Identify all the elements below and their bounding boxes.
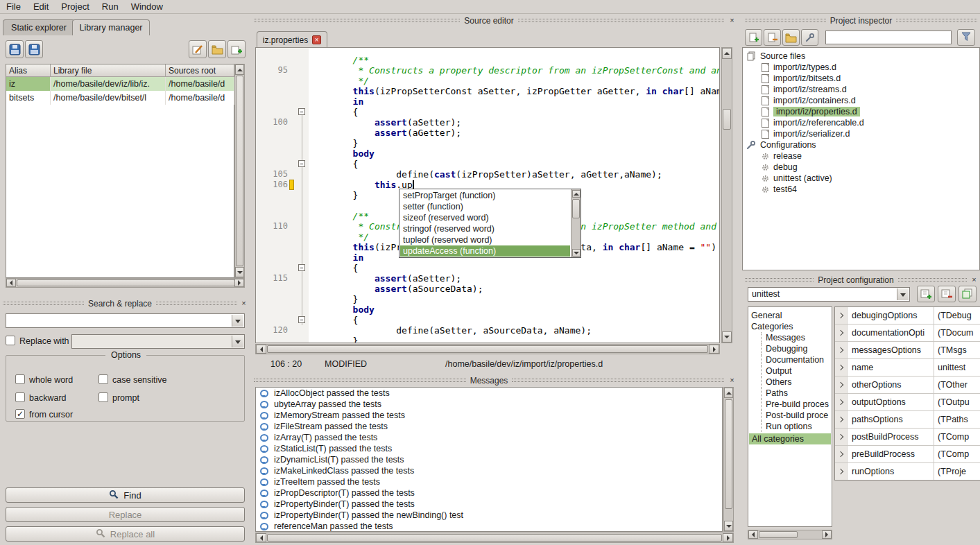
category-item[interactable]: Others xyxy=(761,377,830,388)
tree-item[interactable]: import/iz/streams.d xyxy=(762,84,847,95)
tree-item[interactable]: import/iz/serializer.d xyxy=(762,128,850,139)
scroll-thumb[interactable] xyxy=(572,199,580,218)
configuration-horizontal-scrollbar[interactable] xyxy=(748,530,832,539)
tree-item[interactable]: import/iz/bitsets.d xyxy=(762,73,841,84)
category-item[interactable]: Post-build proce xyxy=(761,410,830,421)
scroll-down-button[interactable] xyxy=(235,267,244,277)
completion-item[interactable]: setPropTarget (function) xyxy=(400,190,570,201)
message-item[interactable]: izPropertyBinder(T) passed the newBindin… xyxy=(256,510,463,521)
tree-item[interactable]: Source files xyxy=(746,51,805,62)
expand-row-button[interactable] xyxy=(835,463,848,480)
scroll-left-button[interactable] xyxy=(256,345,266,354)
checkbox-whole-word[interactable] xyxy=(15,374,25,384)
expand-row-button[interactable] xyxy=(835,359,848,376)
tree-item[interactable]: import/iz/referencable.d xyxy=(762,117,864,128)
category-item[interactable]: Categories xyxy=(751,321,830,332)
replace-button[interactable]: Replace xyxy=(6,507,245,522)
scroll-thumb[interactable] xyxy=(723,109,731,130)
menu-item-file[interactable]: File xyxy=(0,0,27,14)
expand-row-button[interactable] xyxy=(835,307,848,324)
property-row[interactable]: preBuildProcess(TComp xyxy=(835,446,980,463)
configuration-categories[interactable]: GeneralCategoriesMessagesDebuggingDocume… xyxy=(748,306,832,527)
search-input[interactable] xyxy=(6,313,245,328)
message-item[interactable]: izFileStream passed the tests xyxy=(256,421,388,432)
table-cell[interactable]: /home/basile/d xyxy=(166,91,234,105)
category-item[interactable]: Documentation xyxy=(761,354,830,365)
scroll-thumb[interactable] xyxy=(725,399,732,509)
message-item[interactable]: izTreeItem passed the tests xyxy=(256,476,380,487)
close-search-panel-button[interactable]: × xyxy=(239,299,248,308)
scroll-left-button[interactable] xyxy=(748,530,758,539)
tab-library-manager[interactable]: Library manager xyxy=(72,19,150,35)
checkbox-backward[interactable] xyxy=(15,392,25,402)
message-item[interactable]: izStaticList(T) passed the tests xyxy=(256,443,392,454)
open-folder-button[interactable] xyxy=(208,40,226,58)
expand-row-button[interactable] xyxy=(835,446,848,462)
category-item[interactable]: General xyxy=(751,310,830,321)
expand-row-button[interactable] xyxy=(835,429,848,445)
menu-item-edit[interactable]: Edit xyxy=(27,0,55,14)
scroll-thumb[interactable] xyxy=(17,279,235,286)
table-cell[interactable]: /home/basile/dev/iz/lib/iz. xyxy=(51,77,166,91)
category-item[interactable]: Output xyxy=(761,365,830,377)
scroll-down-button[interactable] xyxy=(724,521,733,531)
scroll-thumb[interactable] xyxy=(267,534,722,542)
scroll-right-button[interactable] xyxy=(234,279,244,287)
property-row[interactable]: debugingOptions(TDebug xyxy=(835,307,980,325)
tab-close-icon[interactable]: × xyxy=(312,35,321,44)
editor-horizontal-scrollbar[interactable] xyxy=(255,344,720,354)
menu-item-run[interactable]: Run xyxy=(96,0,125,14)
scroll-left-button[interactable] xyxy=(6,279,16,287)
scroll-down-button[interactable] xyxy=(572,249,581,257)
scroll-right-button[interactable] xyxy=(822,530,832,539)
category-item[interactable]: Messages xyxy=(761,332,830,343)
fold-collapse-icon[interactable] xyxy=(298,160,305,167)
scroll-up-button[interactable] xyxy=(722,48,732,59)
scroll-up-button[interactable] xyxy=(235,64,244,75)
replace-input[interactable] xyxy=(71,334,245,349)
checkbox-from-cursor[interactable]: ✓ xyxy=(15,409,25,419)
scroll-thumb[interactable] xyxy=(236,76,243,266)
property-row[interactable]: documentationOpti(TDocum xyxy=(835,325,980,342)
tree-item[interactable]: import/iz/properties.d xyxy=(762,106,860,117)
scroll-left-button[interactable] xyxy=(256,533,266,542)
category-item[interactable]: Debugging xyxy=(761,343,830,354)
completion-item[interactable]: updateAccess (function) xyxy=(400,245,570,257)
message-item[interactable]: referenceMan passed the tests xyxy=(256,521,393,532)
menu-item-window[interactable]: Window xyxy=(125,0,169,14)
menu-item-project[interactable]: Project xyxy=(55,0,95,14)
tree-item[interactable]: debug xyxy=(762,162,798,173)
edit-button[interactable] xyxy=(189,40,207,58)
fold-collapse-icon[interactable] xyxy=(298,264,305,271)
add-library-button[interactable] xyxy=(227,40,246,58)
checkbox-prompt[interactable] xyxy=(98,392,108,402)
property-row[interactable]: outputOptions(TOutpu xyxy=(835,394,980,411)
search-text-field[interactable] xyxy=(8,315,230,327)
tree-item[interactable]: import/iz/types.d xyxy=(762,62,836,73)
remove-config-button[interactable] xyxy=(938,286,956,302)
editor-vertical-scrollbar[interactable] xyxy=(721,47,732,343)
completion-item[interactable]: sizeof (reserved word) xyxy=(400,212,570,223)
messages-vertical-scrollbar[interactable] xyxy=(723,387,734,532)
expand-row-button[interactable] xyxy=(835,377,848,393)
remove-source-button[interactable] xyxy=(764,29,781,46)
save-as-button[interactable] xyxy=(25,40,43,58)
scroll-right-button[interactable] xyxy=(723,533,733,542)
scroll-right-button[interactable] xyxy=(709,345,719,354)
completion-item[interactable]: tupleof (reserved word) xyxy=(400,234,570,245)
completion-scrollbar[interactable] xyxy=(571,189,581,257)
tree-item[interactable]: unittest (active) xyxy=(762,173,832,184)
table-cell[interactable]: /home/basile/d xyxy=(166,77,234,91)
category-item[interactable]: Run options xyxy=(761,421,830,432)
message-item[interactable]: izPropertyBinder(T) passed the tests xyxy=(256,499,415,510)
add-source-button[interactable] xyxy=(745,29,762,46)
tools-button[interactable] xyxy=(801,29,818,46)
message-item[interactable]: izPropDescriptor(T) passed the tests xyxy=(256,487,415,499)
message-item[interactable]: izMemoryStream passed the tests xyxy=(256,410,405,421)
table-cell[interactable]: /home/basile/dev/bitset/l xyxy=(51,91,166,105)
close-source-editor-button[interactable]: × xyxy=(728,16,737,25)
add-config-button[interactable] xyxy=(917,286,935,302)
property-row[interactable]: runOptions(TProje xyxy=(835,463,980,481)
replace-history-dropdown[interactable] xyxy=(232,336,243,347)
expand-row-button[interactable] xyxy=(835,342,848,358)
